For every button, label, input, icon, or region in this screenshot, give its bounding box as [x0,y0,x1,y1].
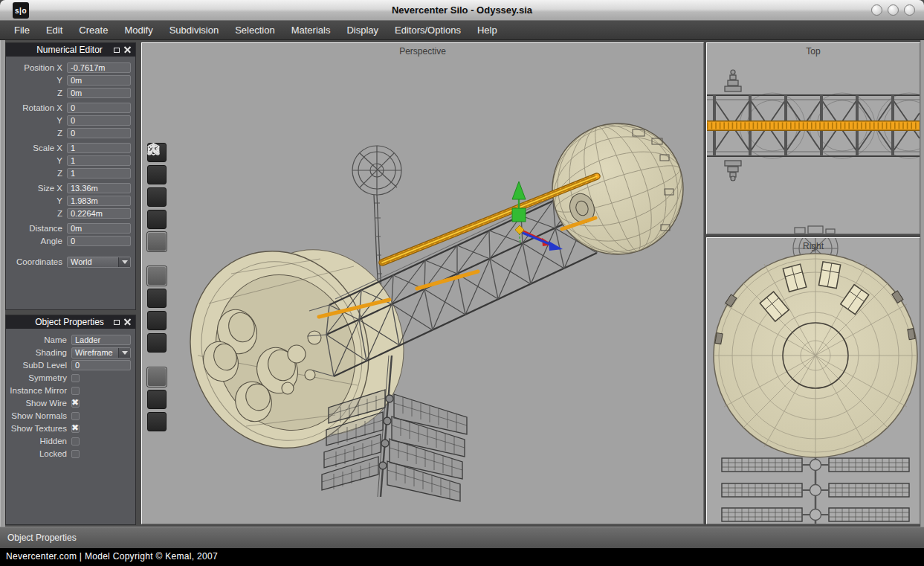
top-viewport[interactable]: Top [706,42,920,234]
field-label: Angle [6,237,67,245]
scale-tool-icon[interactable] [147,311,167,330]
field-label: Size X [6,184,67,193]
field-label: Position X [6,63,67,72]
show-wire-checkbox[interactable]: ✖ [71,399,80,408]
object-name-field[interactable] [71,335,131,345]
panel-float-icon[interactable] [114,320,120,325]
shading-dropdown[interactable]: Wireframe [71,347,131,358]
universal-manipulator-icon[interactable] [147,333,167,353]
multi-mode-icon[interactable] [147,210,167,229]
scale-z-field[interactable] [67,168,131,179]
menu-selection[interactable]: Selection [227,21,282,40]
field-label: Z [6,169,67,178]
object-properties-body: Name Shading Wireframe SubD Level Symmet… [6,329,135,524]
angle-field[interactable] [67,236,131,246]
chevron-down-icon [122,260,128,264]
minimize-button[interactable] [871,4,882,16]
perspective-viewport[interactable]: Perspective [141,42,704,524]
hidden-checkbox[interactable] [71,437,80,446]
dropdown-arrow-button[interactable] [118,348,130,358]
coordinates-value: World [68,257,118,266]
panel-close-icon[interactable] [124,319,131,326]
edge-mode-icon[interactable] [147,165,167,184]
field-label: Distance [6,224,67,233]
paint-select-icon[interactable] [147,367,167,387]
coordinates-label: Coordinates [6,257,67,266]
object-mode-icon[interactable] [147,232,167,251]
title-bar[interactable]: s|o Nevercenter Silo - Odyssey.sia [0,0,924,21]
numerical-editor-body: Position X Y Z Rotation X Y Z Scale X Y … [6,57,135,309]
rect-select-icon[interactable] [147,390,167,409]
field-label: Y [6,116,67,125]
numerical-editor-titlebar[interactable]: Numerical Editor [6,43,135,57]
coordinates-dropdown[interactable]: World [67,257,131,268]
object-properties-panel: Object Properties Name Shading Wireframe [5,315,136,525]
app-window: s|o Nevercenter Silo - Odyssey.sia File … [0,0,924,566]
close-button[interactable] [904,4,915,16]
menu-help[interactable]: Help [469,21,505,40]
menu-display[interactable]: Display [338,21,387,40]
menu-materials[interactable]: Materials [283,21,339,40]
face-mode-icon[interactable] [147,187,167,207]
menu-editors-options[interactable]: Editors/Options [387,21,469,40]
menu-bar: File Edit Create Modify Subdivision Sele… [0,21,924,40]
window-title: Nevercenter Silo - Odyssey.sia [0,0,924,21]
viewport-toolbar [147,143,167,431]
rotate-tool-icon[interactable] [147,289,167,308]
field-label: Locked [6,449,71,458]
menu-create[interactable]: Create [71,21,116,40]
field-label: Show Wire [6,399,71,408]
locked-checkbox[interactable] [71,450,80,458]
rotation-z-field[interactable] [67,128,131,138]
menu-file[interactable]: File [6,21,38,40]
subd-level-field[interactable] [71,360,131,370]
maximize-button[interactable] [888,4,899,16]
field-label: Show Textures [6,424,71,433]
move-tool-icon[interactable] [147,266,167,286]
show-textures-checkbox[interactable]: ✖ [71,425,80,433]
field-label: SubD Level [6,361,71,370]
position-x-field[interactable] [67,62,131,73]
menu-subdivision[interactable]: Subdivision [161,21,227,40]
position-z-field[interactable] [67,88,131,98]
position-y-field[interactable] [67,75,131,86]
size-x-field[interactable] [67,183,131,193]
field-label: Shading [6,348,71,357]
field-label: Y [6,76,67,85]
panel-float-icon[interactable] [114,48,120,53]
distance-field[interactable] [67,223,131,234]
size-z-field[interactable] [67,208,131,219]
symmetry-checkbox[interactable] [71,374,80,382]
window-frame-left [0,40,5,527]
window-frame-right [920,40,924,527]
footer-text: Nevercenter.com | Model Copyright © Kema… [6,551,218,562]
scale-x-field[interactable] [67,143,131,153]
perspective-viewport-label: Perspective [142,46,703,57]
habitat-sphere-front [714,254,917,457]
menu-edit[interactable]: Edit [38,21,71,40]
lasso-select-icon[interactable] [147,412,167,431]
panel-close-icon[interactable] [124,47,131,54]
solar-array-side [722,457,909,524]
field-label: Z [6,129,67,138]
field-label: Y [6,156,67,165]
rotation-x-field[interactable] [67,103,131,113]
object-properties-titlebar[interactable]: Object Properties [6,315,135,329]
window-controls [871,4,915,16]
show-normals-checkbox[interactable] [71,412,80,420]
scale-y-field[interactable] [67,155,131,166]
status-text: Object Properties [7,533,77,543]
dropdown-arrow-button[interactable] [118,257,130,267]
right-viewport[interactable]: Right [706,237,920,524]
selection-mode-group [147,143,167,251]
numerical-editor-panel: Numerical Editor Position X Y Z Rotation… [5,42,136,310]
rotation-y-field[interactable] [67,115,131,126]
instance-mirror-checkbox[interactable] [71,387,80,395]
size-y-field[interactable] [67,196,131,206]
shading-value: Wireframe [72,348,118,357]
manipulator-group [147,266,167,353]
workspace: Numerical Editor Position X Y Z Rotation… [0,40,924,527]
menu-modify[interactable]: Modify [116,21,161,40]
field-label: Symmetry [6,373,71,382]
select-tool-group [147,367,167,431]
